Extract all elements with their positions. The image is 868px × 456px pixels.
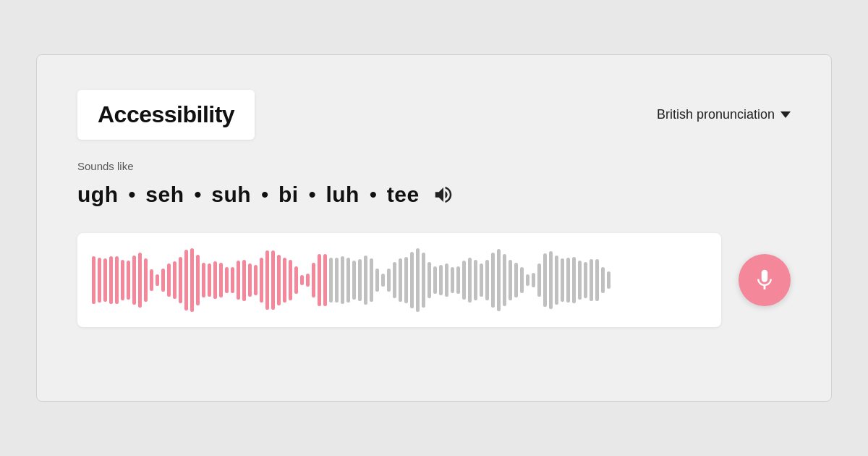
dot-3: • bbox=[261, 183, 268, 206]
waveform-bar bbox=[416, 248, 420, 312]
waveform-bar bbox=[480, 263, 483, 297]
waveform-bar bbox=[323, 254, 327, 305]
waveform-bar bbox=[103, 258, 107, 302]
waveform-bar bbox=[127, 261, 130, 300]
waveform-bar bbox=[208, 263, 211, 296]
waveform-bar bbox=[115, 256, 119, 304]
waveform-bar bbox=[109, 256, 113, 304]
waveform-bar bbox=[549, 251, 553, 310]
waveform-bar bbox=[98, 258, 101, 303]
waveform-bar bbox=[503, 254, 506, 307]
waveform-bar bbox=[433, 266, 437, 293]
waveform-bar bbox=[364, 256, 367, 305]
waveform-bar bbox=[121, 260, 124, 300]
waveform-bar bbox=[422, 253, 425, 308]
waveform-bar bbox=[173, 261, 176, 298]
waveform-bar bbox=[439, 265, 443, 295]
waveform-display bbox=[92, 245, 707, 316]
waveform-bar bbox=[225, 267, 229, 293]
waveform-bar bbox=[277, 255, 281, 306]
speaker-button[interactable] bbox=[433, 184, 454, 206]
waveform-bar bbox=[231, 267, 234, 294]
waveform-bar bbox=[468, 258, 472, 303]
waveform-bar bbox=[167, 263, 171, 296]
waveform-bar bbox=[289, 260, 292, 300]
waveform-container bbox=[77, 233, 721, 327]
waveform-bar bbox=[572, 257, 576, 303]
phonetic-row: ugh • seh • suh • bi • luh • tee bbox=[77, 182, 791, 207]
waveform-bar bbox=[555, 256, 558, 305]
top-row: Accessibility British pronunciation bbox=[77, 90, 791, 140]
waveform-bar bbox=[370, 258, 373, 302]
waveform-bar bbox=[520, 267, 524, 293]
waveform-bar bbox=[184, 250, 188, 311]
waveform-bar bbox=[341, 256, 344, 304]
waveform-bar bbox=[526, 274, 529, 285]
waveform-bar bbox=[138, 253, 142, 308]
waveform-bar bbox=[329, 258, 333, 303]
pronunciation-selector[interactable]: British pronunciation bbox=[657, 107, 791, 122]
waveform-bar bbox=[451, 267, 454, 293]
waveform-bar bbox=[318, 254, 321, 306]
waveform-bar bbox=[462, 261, 466, 299]
waveform-bar bbox=[381, 274, 385, 287]
waveform-bar bbox=[375, 269, 379, 291]
waveform-bar bbox=[485, 260, 489, 300]
waveform-bar bbox=[283, 258, 286, 303]
sounds-like-label: Sounds like bbox=[77, 160, 791, 172]
waveform-bar bbox=[219, 263, 223, 298]
waveform-bar bbox=[584, 262, 587, 299]
waveform-bar bbox=[445, 263, 448, 297]
waveform-bar bbox=[144, 258, 148, 301]
waveform-bar bbox=[196, 255, 200, 306]
waveform-bar bbox=[237, 261, 240, 300]
waveform-bar bbox=[387, 269, 391, 291]
waveform-bar bbox=[393, 262, 396, 298]
waveform-bar bbox=[537, 263, 541, 296]
syllable-3: suh bbox=[211, 182, 251, 207]
waveform-bar bbox=[601, 267, 605, 292]
syllable-6: tee bbox=[387, 182, 420, 207]
waveform-bar bbox=[294, 266, 298, 294]
waveform-bar bbox=[456, 266, 460, 295]
waveform-bar bbox=[254, 265, 258, 296]
waveform-bar bbox=[410, 252, 414, 309]
waveform-bar bbox=[202, 263, 205, 298]
waveform-bar bbox=[150, 269, 153, 291]
waveform-bar bbox=[335, 258, 339, 303]
mic-button[interactable] bbox=[739, 254, 791, 306]
dot-5: • bbox=[370, 183, 377, 206]
waveform-bar bbox=[532, 273, 535, 287]
dot-4: • bbox=[309, 183, 316, 206]
waveform-bar bbox=[590, 259, 593, 301]
waveform-bar bbox=[352, 261, 356, 299]
waveform-bar bbox=[514, 263, 518, 297]
waveform-bar bbox=[346, 258, 350, 302]
waveform-bar bbox=[509, 260, 512, 301]
waveform-bar bbox=[260, 258, 263, 302]
word-title: Accessibility bbox=[98, 101, 234, 127]
waveform-bar bbox=[306, 274, 310, 286]
waveform-bar bbox=[300, 275, 304, 285]
waveform-bar bbox=[248, 263, 252, 297]
waveform-bar bbox=[156, 274, 159, 286]
waveform-bar bbox=[543, 253, 547, 307]
waveform-bar bbox=[213, 261, 217, 299]
waveform-bar bbox=[607, 271, 610, 290]
waveform-bar bbox=[595, 259, 599, 300]
waveform-bar bbox=[561, 258, 564, 301]
waveform-bar bbox=[399, 258, 402, 301]
dot-1: • bbox=[128, 183, 135, 206]
syllable-5: luh bbox=[326, 182, 359, 207]
waveform-bar bbox=[497, 249, 501, 311]
waveform-bar bbox=[404, 257, 408, 304]
waveform-bar bbox=[312, 263, 315, 298]
waveform-bar bbox=[578, 261, 582, 300]
pronunciation-label: British pronunciation bbox=[657, 107, 775, 122]
syllable-2: seh bbox=[145, 182, 184, 207]
waveform-bar bbox=[358, 259, 362, 301]
waveform-bar bbox=[190, 248, 194, 312]
waveform-bar bbox=[265, 250, 269, 309]
waveform-bar bbox=[242, 260, 246, 301]
chevron-down-icon bbox=[780, 111, 791, 118]
